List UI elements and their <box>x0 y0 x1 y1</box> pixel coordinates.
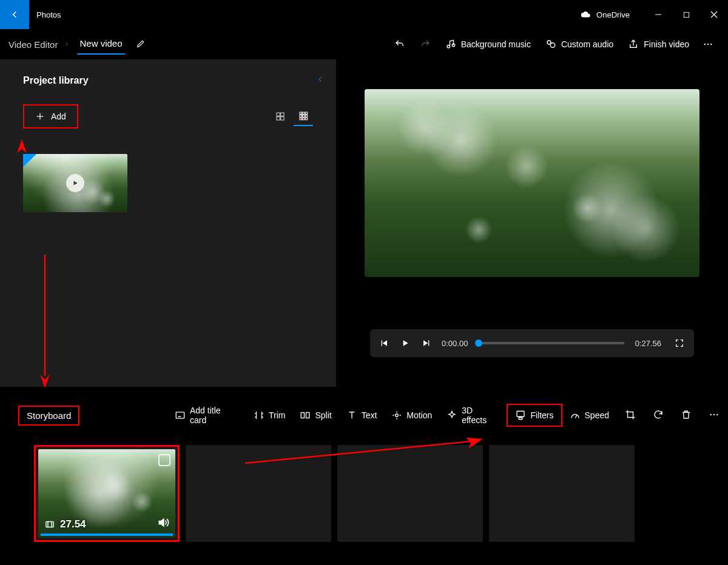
motion-button[interactable]: Motion <box>384 405 439 426</box>
preview-video[interactable] <box>365 89 699 277</box>
storyboard-more-button[interactable] <box>700 404 728 427</box>
3d-effects-button[interactable]: 3D effects <box>439 401 507 430</box>
svg-rect-30 <box>302 413 305 418</box>
add-media-button[interactable]: Add <box>23 104 78 129</box>
back-button[interactable] <box>0 0 29 29</box>
title-card-icon <box>175 410 186 421</box>
storyboard-clip[interactable]: 27.54 <box>34 445 180 542</box>
svg-rect-13 <box>277 113 280 116</box>
project-title[interactable]: New video <box>77 35 124 55</box>
current-time: 0:00.00 <box>442 339 468 348</box>
grid-large-button[interactable] <box>294 107 313 126</box>
project-library-panel: Project library Add <box>0 59 336 387</box>
expand-icon <box>675 338 684 348</box>
seek-track[interactable] <box>479 342 624 344</box>
title-bar: Photos OneDrive <box>0 0 728 29</box>
svg-rect-25 <box>305 118 307 119</box>
more-button[interactable] <box>696 34 720 55</box>
minimize-icon <box>655 11 662 18</box>
play-icon <box>400 338 410 348</box>
text-icon <box>346 410 357 421</box>
ellipsis-icon <box>709 409 720 420</box>
split-button[interactable]: Split <box>292 405 339 426</box>
audio-mix-icon <box>545 39 556 50</box>
delete-button[interactable] <box>672 404 700 427</box>
speed-icon <box>570 410 581 421</box>
rename-button[interactable] <box>136 39 146 50</box>
svg-rect-22 <box>305 115 307 117</box>
chevron-left-icon <box>317 76 324 83</box>
close-button[interactable] <box>700 5 728 24</box>
sparkle-icon <box>447 410 457 421</box>
library-clip-thumbnail[interactable] <box>23 154 127 212</box>
export-icon <box>628 39 639 50</box>
speed-button[interactable]: Speed <box>562 405 616 426</box>
svg-rect-17 <box>300 112 302 114</box>
undo-button[interactable] <box>387 33 413 56</box>
svg-rect-20 <box>300 115 302 117</box>
svg-rect-38 <box>46 522 53 527</box>
clip-volume-button[interactable] <box>157 517 169 530</box>
rotate-button[interactable] <box>644 404 672 427</box>
next-frame-button[interactable] <box>421 338 431 348</box>
clip-select-checkbox[interactable] <box>158 454 170 466</box>
svg-point-8 <box>704 44 706 45</box>
finish-video-button[interactable]: Finish video <box>621 33 696 56</box>
motion-icon <box>391 410 402 421</box>
svg-point-32 <box>396 414 399 417</box>
play-button[interactable] <box>400 338 410 348</box>
preview-panel: 0:00.00 0:27.56 <box>336 59 728 387</box>
storyboard-label: Storyboard <box>18 406 79 426</box>
ellipsis-icon <box>703 39 713 50</box>
custom-audio-button[interactable]: Custom audio <box>538 33 621 56</box>
svg-rect-27 <box>428 340 429 346</box>
clip-duration: 27.54 <box>60 518 86 530</box>
text-button[interactable]: Text <box>339 405 385 426</box>
svg-rect-28 <box>176 412 184 418</box>
used-indicator-icon <box>23 154 36 167</box>
pencil-icon <box>136 39 146 48</box>
arrow-left-icon <box>9 9 20 20</box>
maximize-button[interactable] <box>672 5 700 24</box>
minimize-button[interactable] <box>644 5 672 24</box>
prev-frame-button[interactable] <box>380 338 389 348</box>
breadcrumb-root[interactable]: Video Editor <box>8 39 58 50</box>
svg-point-6 <box>547 41 551 44</box>
redo-icon <box>420 39 431 50</box>
svg-rect-24 <box>303 118 305 119</box>
grid-2x2-icon <box>275 112 285 121</box>
svg-point-35 <box>710 413 712 415</box>
fullscreen-button[interactable] <box>675 338 684 348</box>
redo-button[interactable] <box>413 33 438 56</box>
bg-music-button[interactable]: Background music <box>438 33 538 56</box>
close-icon <box>710 11 718 18</box>
filters-icon <box>515 410 526 421</box>
svg-rect-33 <box>517 411 524 416</box>
crop-button[interactable] <box>616 404 644 427</box>
trim-icon <box>254 410 265 421</box>
svg-rect-15 <box>277 117 280 120</box>
svg-point-9 <box>707 44 709 45</box>
svg-point-10 <box>710 44 712 45</box>
volume-icon <box>157 517 169 529</box>
grid-3x3-icon <box>298 111 308 121</box>
trim-button[interactable]: Trim <box>246 405 292 426</box>
filters-button[interactable]: Filters <box>507 404 562 427</box>
seek-knob[interactable] <box>475 339 482 347</box>
storyboard-empty-slot[interactable] <box>337 445 483 542</box>
grid-small-button[interactable] <box>271 107 290 126</box>
add-title-card-button[interactable]: Add title card <box>167 401 246 430</box>
svg-rect-21 <box>303 115 305 117</box>
play-overlay-icon <box>66 174 84 192</box>
chevron-right-icon <box>64 39 70 49</box>
storyboard-empty-slot[interactable] <box>489 445 635 542</box>
maximize-icon <box>683 12 690 18</box>
svg-rect-23 <box>300 118 302 119</box>
clip-duration-icon <box>44 519 55 530</box>
storyboard-empty-slot[interactable] <box>186 445 331 542</box>
crop-icon <box>625 409 636 420</box>
onedrive-status[interactable]: OneDrive <box>581 10 630 19</box>
plus-icon <box>35 112 45 121</box>
collapse-library-button[interactable] <box>317 75 324 85</box>
editor-header: Video Editor New video Background music … <box>0 29 728 59</box>
